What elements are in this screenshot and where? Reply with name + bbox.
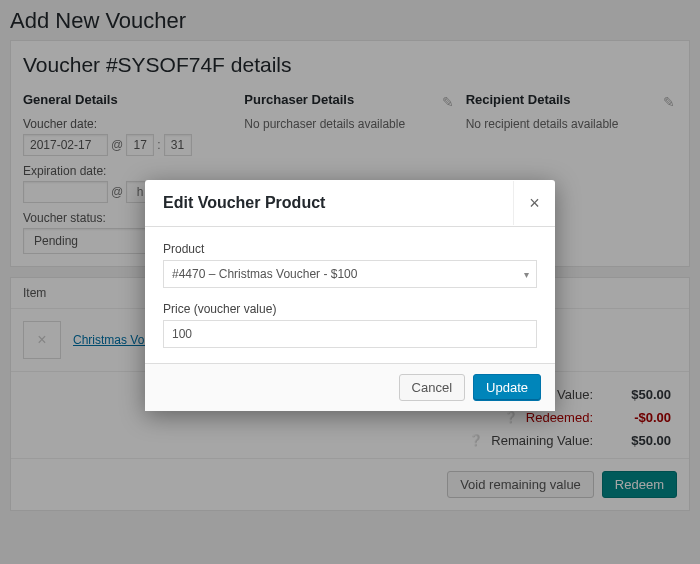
close-icon[interactable]: × [513, 181, 555, 225]
product-select[interactable]: #4470 – Christmas Voucher - $100 [163, 260, 537, 288]
price-input[interactable] [163, 320, 537, 348]
update-button[interactable]: Update [473, 374, 541, 401]
cancel-button[interactable]: Cancel [399, 374, 465, 401]
edit-voucher-modal: Edit Voucher Product × Product #4470 – C… [145, 180, 555, 411]
modal-overlay[interactable]: Edit Voucher Product × Product #4470 – C… [0, 0, 700, 564]
price-label: Price (voucher value) [163, 302, 537, 316]
product-label: Product [163, 242, 537, 256]
modal-title: Edit Voucher Product [163, 194, 325, 212]
